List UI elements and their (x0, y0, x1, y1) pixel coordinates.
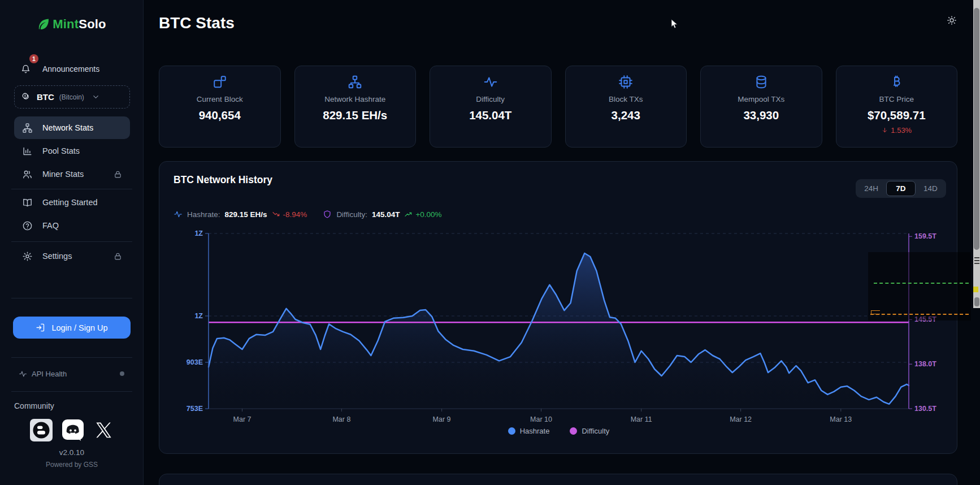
sitemap-icon (348, 75, 362, 89)
sitemap-icon (22, 123, 33, 133)
overlay-green-dashed-line (874, 283, 969, 284)
stat-value: 3,243 (612, 109, 640, 122)
stat-change: 1.53% (881, 126, 912, 135)
api-health-status[interactable]: API Health (19, 368, 130, 379)
mouse-cursor (669, 17, 680, 31)
sidebar-nav-main: Network StatsPool StatsMiner Stats (14, 116, 130, 186)
legend-dot (508, 427, 515, 435)
chart-legend: HashrateDifficulty (159, 427, 958, 435)
svg-text:1Z: 1Z (194, 312, 203, 320)
difficulty-change: +0.00% (415, 210, 441, 219)
stat-value: 829.15 EH/s (323, 109, 387, 122)
scrollbar-end-thumb[interactable] (974, 297, 979, 306)
difficulty-label: Difficulty: (336, 210, 367, 219)
stat-value: 145.04T (469, 109, 511, 122)
stat-label: Current Block (197, 95, 243, 103)
question-icon (22, 220, 33, 231)
sidebar-nav-settings: Settings (14, 245, 130, 268)
svg-text:Mar 8: Mar 8 (332, 415, 350, 423)
range-14d-button[interactable]: 14D (917, 181, 944, 196)
svg-text:Mar 12: Mar 12 (730, 415, 752, 423)
brand-logo[interactable]: MintSolo (0, 17, 143, 32)
bell-icon (21, 64, 31, 74)
blogger-icon[interactable] (30, 419, 53, 441)
barchart-icon (22, 146, 33, 157)
svg-text:Mar 13: Mar 13 (830, 415, 852, 423)
stat-label: Mempool TXs (738, 95, 784, 103)
network-history-chart: Mar 7Mar 8Mar 9Mar 10Mar 11Mar 12Mar 137… (159, 162, 958, 454)
overlay-handle-icon[interactable] (974, 257, 979, 266)
stat-card-network-hashrate: Network Hashrate829.15 EH/s (294, 66, 417, 148)
app-version: v2.0.10 (0, 448, 144, 457)
login-label: Login / Sign Up (51, 323, 107, 332)
legend-item-hashrate: Hashrate (508, 427, 550, 435)
coin-symbol: BTC (37, 92, 54, 102)
stat-card-block-txs: Block TXs3,243 (565, 66, 687, 148)
svg-text:Mar 9: Mar 9 (433, 415, 451, 423)
range-24h-button[interactable]: 24H (857, 181, 885, 196)
activity-icon (19, 370, 27, 378)
difficulty-value: 145.04T (372, 210, 400, 219)
sidebar-divider (11, 189, 132, 189)
chevron-down-icon (92, 93, 100, 101)
svg-text:1Z: 1Z (194, 229, 203, 237)
stat-value: 940,654 (199, 109, 241, 122)
x-icon[interactable] (93, 419, 114, 441)
coin-selector[interactable]: BTC (Bitcoin) (14, 85, 130, 109)
legend-item-difficulty: Difficulty (570, 427, 609, 435)
sidebar-nav-help: Getting StartedFAQ (14, 191, 130, 237)
sidebar-item-label: Pool Stats (42, 146, 80, 155)
sidebar-item-network-stats[interactable]: Network Stats (14, 116, 130, 139)
trend-up-icon (404, 210, 413, 219)
legend-dot (570, 427, 577, 435)
svg-text:Mar 11: Mar 11 (631, 415, 652, 423)
difficulty-shield-icon (323, 210, 332, 219)
legend-label: Hashrate (520, 427, 550, 435)
discord-icon[interactable] (62, 419, 84, 441)
range-toggle: 24H7D14D (856, 179, 946, 198)
sidebar-item-miner-stats[interactable]: Miner Stats (14, 163, 130, 185)
overlay-orange-dashed-line (870, 314, 969, 315)
sidebar-divider (11, 241, 132, 242)
api-health-label: API Health (32, 370, 67, 378)
scrollbar-marker (973, 287, 978, 292)
sidebar-item-getting-started[interactable]: Getting Started (14, 191, 130, 214)
stat-label: Network Hashrate (324, 95, 385, 103)
stat-value: $70,589.71 (868, 109, 926, 122)
svg-text:Mar 10: Mar 10 (530, 415, 552, 423)
lock-icon (114, 170, 122, 179)
svg-text:903E: 903E (187, 358, 203, 366)
chart-stats-row: Hashrate: 829.15 EH/s -8.94% Difficulty:… (174, 210, 442, 219)
sidebar-item-label: FAQ (42, 221, 59, 230)
sidebar: MintSolo Announcements 1 BTC (Bitcoin) N… (0, 0, 144, 485)
hashrate-change: -8.94% (283, 210, 307, 219)
scrollbar-thumb[interactable] (974, 8, 979, 250)
next-section-card (159, 474, 957, 485)
sidebar-item-label: Getting Started (42, 198, 98, 207)
community-label: Community (14, 401, 54, 410)
login-icon (36, 323, 45, 332)
svg-text:Mar 7: Mar 7 (233, 415, 251, 423)
announcements-label: Announcements (42, 64, 99, 73)
theme-toggle-button[interactable] (943, 12, 960, 29)
database-icon (754, 75, 769, 89)
svg-text:159.5T: 159.5T (914, 232, 936, 240)
sidebar-item-label: Network Stats (42, 123, 93, 132)
svg-text:138.0T: 138.0T (914, 360, 936, 368)
sidebar-item-announcements[interactable]: Announcements (21, 64, 99, 74)
stat-cards-row: Current Block940,654Network Hashrate829.… (159, 66, 957, 148)
range-7d-button[interactable]: 7D (886, 181, 915, 196)
login-signup-button[interactable]: Login / Sign Up (13, 317, 131, 339)
stat-label: Block TXs (609, 95, 643, 103)
blocks-icon (213, 75, 227, 89)
svg-text:130.5T: 130.5T (914, 405, 936, 413)
trend-down-icon (272, 210, 281, 219)
coins-icon (21, 92, 32, 102)
brand-text: MintSolo (53, 17, 106, 32)
sidebar-item-faq[interactable]: FAQ (14, 214, 130, 237)
cpu-icon (618, 75, 633, 89)
sidebar-item-settings[interactable]: Settings (14, 245, 130, 267)
hashrate-label: Hashrate: (187, 210, 220, 219)
sidebar-item-pool-stats[interactable]: Pool Stats (14, 140, 130, 162)
sidebar-item-label: Miner Stats (42, 170, 84, 179)
